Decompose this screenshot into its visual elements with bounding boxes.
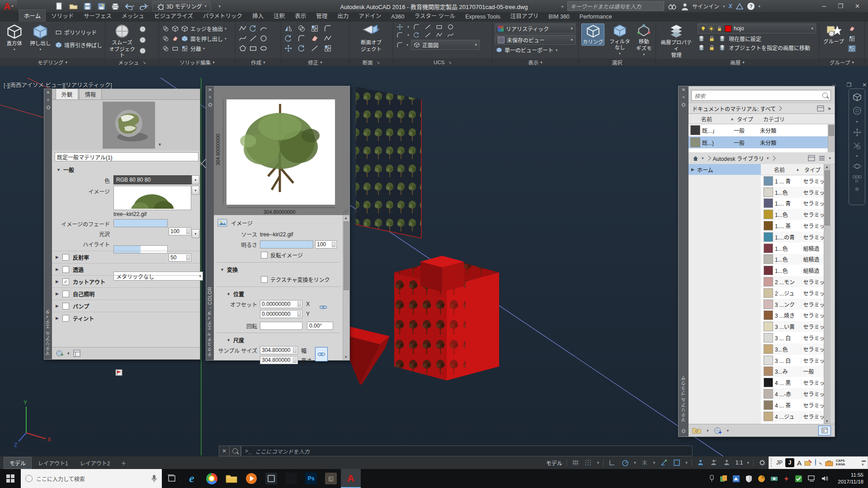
chrome-icon[interactable] xyxy=(202,469,222,488)
sample-size-link-button[interactable] xyxy=(315,347,328,361)
steering-wheel-icon[interactable] xyxy=(852,106,862,116)
ucs-prev-icon[interactable] xyxy=(413,32,420,38)
help-icon[interactable]: ? xyxy=(747,3,755,10)
helix-icon[interactable] xyxy=(249,24,258,33)
shell-icon[interactable] xyxy=(171,45,179,52)
ribbon-tab[interactable]: ホーム xyxy=(19,9,46,22)
viewport-controls-label[interactable]: [-][南西アイソメ ビュー][リアリスティック] xyxy=(4,80,112,89)
ucs-named-icon[interactable] xyxy=(435,32,443,38)
open-material-editor-button[interactable] xyxy=(818,426,831,436)
intersect-icon[interactable] xyxy=(162,45,170,52)
app-icon-colorgrid[interactable] xyxy=(281,469,301,488)
network-icon[interactable] xyxy=(807,475,816,482)
boundary-stretch-button[interactable]: 境界引き伸ばし xyxy=(55,40,102,50)
ribbon-tab[interactable]: ソリッド xyxy=(47,10,78,22)
arc-icon[interactable] xyxy=(259,24,268,33)
home-icon[interactable] xyxy=(692,155,699,161)
polyline-icon[interactable] xyxy=(238,24,247,33)
palette-properties-icon[interactable] xyxy=(46,105,51,110)
section-checkbox[interactable] xyxy=(62,254,69,261)
ribbon-tab[interactable]: ラスター ツール xyxy=(410,10,460,22)
layer-match-icon[interactable] xyxy=(718,44,726,51)
viewport-config-dropdown[interactable]: 単一のビューポート xyxy=(505,46,553,54)
annotation-scale-person-icon[interactable] xyxy=(722,459,731,467)
create-material-dropdown[interactable]: ▾ xyxy=(67,351,70,356)
palette-autohide-icon[interactable]: « xyxy=(682,95,685,99)
library-material-row[interactable]: 1.... 青 セラミック xyxy=(761,198,824,209)
library-material-row[interactable]: 4 ... 黒 セラミック xyxy=(761,377,824,388)
polysolid-button[interactable]: ポリソリッド xyxy=(55,27,102,37)
qat-customize-icon[interactable]: ▾ xyxy=(215,2,225,11)
zoom-dropdown-icon[interactable]: ▾ xyxy=(856,154,858,158)
array-icon[interactable] xyxy=(323,44,332,52)
pan-icon[interactable] xyxy=(852,128,862,137)
transform-section-header[interactable]: ▼変換 xyxy=(220,266,238,273)
section-checkbox[interactable] xyxy=(62,266,69,273)
browser-toggle-icon[interactable] xyxy=(73,350,80,357)
box-button[interactable]: 直方体▾ xyxy=(3,23,26,52)
panel-title-base[interactable]: 表示 xyxy=(865,58,868,66)
expand-icon[interactable]: » xyxy=(828,105,831,112)
tray-map-icon[interactable] xyxy=(732,475,740,483)
rotation-value-field[interactable]: 0.00° xyxy=(307,322,333,330)
library-material-row[interactable]: 3...色 セラミック xyxy=(761,343,824,355)
scale-dropdown-icon[interactable]: ▾ xyxy=(747,460,749,465)
brightness-spinbox[interactable]: 100 xyxy=(315,240,337,249)
app-menu-button[interactable]: A▾ xyxy=(0,0,17,12)
create-material-icon[interactable] xyxy=(713,427,722,435)
invert-checkbox[interactable] xyxy=(261,252,268,258)
layer-isolate-icon[interactable] xyxy=(708,35,716,42)
tree-textured-plane[interactable] xyxy=(356,87,421,238)
presspull-face-button[interactable]: 面を押し出し▾ xyxy=(181,33,226,43)
spline-icon[interactable] xyxy=(238,34,247,42)
dictionary-icon[interactable] xyxy=(815,459,822,466)
dynamic-input-icon[interactable] xyxy=(672,459,681,467)
redo-icon[interactable]: ▾ xyxy=(138,2,148,11)
doc-table-scrollbar[interactable] xyxy=(828,124,835,153)
ribbon-tab[interactable]: A360 xyxy=(387,12,409,22)
orbit-icon[interactable] xyxy=(852,162,862,170)
panel-title-modify[interactable]: 修正 xyxy=(281,58,349,66)
ribbon-tab[interactable]: アドイン xyxy=(354,10,386,22)
list-view-icon[interactable] xyxy=(818,155,826,161)
manage-library-icon[interactable] xyxy=(692,427,702,435)
library-material-row[interactable]: 4 ...ジュ セラミック xyxy=(761,411,824,422)
command-customize-icon[interactable] xyxy=(230,446,241,456)
create-material-icon[interactable] xyxy=(56,349,64,357)
material-section-row[interactable]: ▶ カットアウト xyxy=(52,275,200,287)
osnap-icon[interactable] xyxy=(659,459,668,467)
union-icon[interactable] xyxy=(162,25,170,32)
infocenter-search-input[interactable]: キーワードまたは語句を入力 xyxy=(567,1,664,11)
brightness-slider[interactable] xyxy=(260,240,313,249)
usb-tray-icon[interactable] xyxy=(709,474,715,483)
panel-title-layers[interactable]: 画層 xyxy=(656,59,819,66)
library-material-row[interactable]: 4 ...-赤 セラミック xyxy=(761,388,824,399)
palette-properties-icon[interactable] xyxy=(681,102,686,108)
language-indicator[interactable]: JP xyxy=(776,460,783,466)
layer-freeze-icon[interactable] xyxy=(718,35,726,42)
tree-home-item[interactable]: ▶ホーム xyxy=(689,164,761,175)
library-material-row[interactable]: 1...色 組積造 xyxy=(761,265,824,276)
command-input[interactable]: >_ ここにコマンドを入力 xyxy=(241,446,693,456)
panel-title-view[interactable]: 表示 xyxy=(492,58,578,66)
layout-tab[interactable]: モデル xyxy=(4,457,32,469)
app-icon-dark[interactable] xyxy=(261,469,281,488)
rotate3d-icon[interactable] xyxy=(297,44,306,52)
clock[interactable]: 11:55 2017/11/18 xyxy=(834,472,863,485)
taskbar-search[interactable]: ここに入力して検索 xyxy=(21,469,162,488)
material-section-row[interactable]: ▶ 透過 xyxy=(52,263,200,275)
tray-green-check-icon[interactable] xyxy=(795,475,802,483)
erase-icon[interactable] xyxy=(310,34,319,42)
panel-title-groups[interactable]: グループ xyxy=(819,58,864,66)
ribbon-tab[interactable]: 表示 xyxy=(290,10,311,22)
ucs-object-icon[interactable] xyxy=(447,23,454,30)
copy-icon[interactable] xyxy=(297,24,306,33)
sample-width-spinbox[interactable]: 304.800000 xyxy=(260,346,298,354)
library-material-row[interactable]: 4 ... 茶 セラミック xyxy=(761,399,824,411)
media-player-icon[interactable] xyxy=(241,469,261,488)
image-thumbnail[interactable] xyxy=(113,186,191,210)
ribbon-tab[interactable]: 注釈 xyxy=(269,10,289,22)
save-icon[interactable] xyxy=(82,2,92,11)
edge-icon[interactable]: e xyxy=(182,469,202,488)
panel-title-section[interactable]: 断面 xyxy=(349,58,393,66)
